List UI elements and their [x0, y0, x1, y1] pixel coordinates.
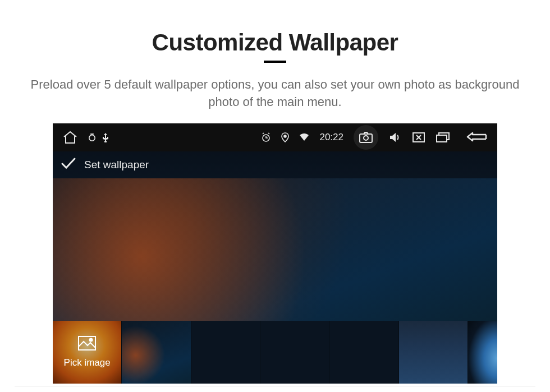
status-time: 20:22 [319, 132, 343, 143]
wallpaper-thumb[interactable] [260, 321, 329, 384]
pick-image-button[interactable]: Pick image [53, 321, 122, 384]
page-title: Customized Wallpaper [0, 0, 550, 56]
divider [15, 386, 535, 386]
wallpaper-thumb[interactable] [191, 321, 260, 384]
close-window-icon[interactable] [412, 132, 425, 143]
image-placeholder-icon [77, 335, 97, 354]
recent-apps-icon[interactable] [436, 132, 450, 143]
wallpaper-thumb[interactable] [122, 321, 191, 384]
page-subtitle: Preload over 5 default wallpaper options… [0, 63, 550, 111]
camera-icon[interactable] [354, 125, 378, 150]
status-bar: 20:22 [53, 123, 497, 151]
svg-point-0 [89, 135, 95, 140]
svg-point-4 [364, 136, 368, 140]
wallpaper-thumb[interactable] [329, 321, 398, 384]
home-icon[interactable] [62, 130, 79, 145]
screen-title-label: Set wallpaper [84, 159, 149, 171]
power-timer-icon [88, 133, 97, 142]
wallpaper-thumb[interactable] [468, 321, 497, 384]
alarm-icon [261, 132, 271, 142]
volume-icon[interactable] [388, 132, 402, 143]
svg-point-8 [90, 339, 93, 342]
screen-title-bar: Set wallpaper [53, 151, 497, 178]
usb-icon [102, 132, 109, 142]
back-icon[interactable] [466, 132, 488, 143]
wallpaper-thumb[interactable] [399, 321, 468, 384]
svg-point-2 [284, 135, 286, 137]
svg-rect-7 [79, 336, 95, 350]
device-screenshot: 20:22 [53, 123, 497, 384]
confirm-check-icon[interactable] [61, 157, 76, 172]
svg-rect-6 [437, 135, 447, 142]
wallpaper-thumbnail-strip: Pick image [53, 321, 497, 384]
wallpaper-preview [53, 178, 497, 321]
pick-image-label: Pick image [64, 357, 111, 368]
wifi-icon [299, 133, 309, 141]
location-icon [281, 132, 289, 142]
